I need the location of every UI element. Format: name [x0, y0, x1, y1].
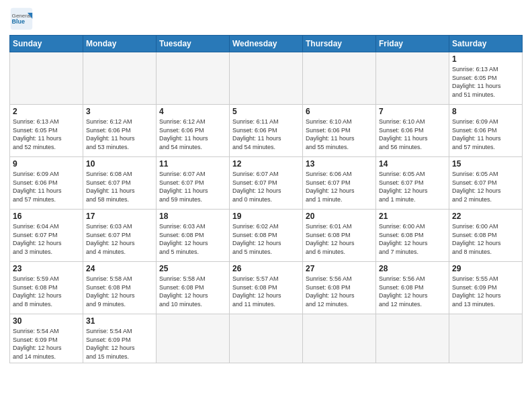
calendar-cell: 13Sunrise: 6:06 AMSunset: 6:07 PMDayligh…	[303, 157, 376, 210]
calendar-cell: 26Sunrise: 5:57 AMSunset: 6:08 PMDayligh…	[230, 262, 303, 314]
calendar-cell: 20Sunrise: 6:01 AMSunset: 6:08 PMDayligh…	[303, 210, 376, 262]
day-info: Sunrise: 5:56 AMSunset: 6:08 PMDaylight:…	[306, 275, 373, 308]
day-number: 20	[306, 212, 373, 221]
day-number: 11	[159, 159, 226, 169]
day-number: 13	[306, 159, 373, 169]
calendar-cell: 3Sunrise: 6:12 AMSunset: 6:06 PMDaylight…	[83, 105, 157, 157]
svg-text:Blue: Blue	[12, 18, 26, 25]
calendar-cell	[303, 314, 376, 363]
calendar-cell: 24Sunrise: 5:58 AMSunset: 6:08 PMDayligh…	[83, 262, 157, 314]
calendar-cell: 4Sunrise: 6:12 AMSunset: 6:06 PMDaylight…	[157, 105, 230, 157]
day-info: Sunrise: 6:07 AMSunset: 6:07 PMDaylight:…	[159, 170, 226, 203]
day-number: 30	[13, 316, 80, 326]
day-info: Sunrise: 5:58 AMSunset: 6:08 PMDaylight:…	[159, 275, 226, 308]
calendar-cell	[157, 52, 230, 105]
calendar-week-4: 16Sunrise: 6:04 AMSunset: 6:07 PMDayligh…	[10, 210, 523, 262]
day-number: 26	[232, 264, 300, 273]
calendar-cell: 21Sunrise: 6:00 AMSunset: 6:08 PMDayligh…	[376, 210, 449, 262]
calendar-cell: 9Sunrise: 6:09 AMSunset: 6:06 PMDaylight…	[10, 157, 83, 210]
day-number: 16	[13, 212, 80, 221]
calendar-cell: 15Sunrise: 6:05 AMSunset: 6:07 PMDayligh…	[449, 157, 523, 210]
day-info: Sunrise: 6:00 AMSunset: 6:08 PMDaylight:…	[452, 222, 519, 256]
day-info: Sunrise: 6:04 AMSunset: 6:07 PMDaylight:…	[13, 222, 80, 256]
calendar-cell	[449, 314, 523, 363]
weekday-header-wednesday: Wednesday	[230, 36, 303, 52]
day-info: Sunrise: 6:08 AMSunset: 6:07 PMDaylight:…	[86, 170, 153, 203]
calendar-cell	[376, 52, 449, 105]
calendar-cell: 23Sunrise: 5:59 AMSunset: 6:08 PMDayligh…	[10, 262, 83, 314]
calendar-cell	[230, 314, 303, 363]
day-number: 28	[379, 264, 446, 273]
calendar-cell	[303, 52, 376, 105]
calendar-cell	[376, 314, 449, 363]
calendar-cell: 19Sunrise: 6:02 AMSunset: 6:08 PMDayligh…	[230, 210, 303, 262]
weekday-header-monday: Monday	[83, 36, 157, 52]
day-info: Sunrise: 6:10 AMSunset: 6:06 PMDaylight:…	[306, 118, 373, 151]
day-number: 6	[306, 107, 373, 116]
day-number: 2	[13, 107, 80, 116]
day-info: Sunrise: 6:01 AMSunset: 6:08 PMDaylight:…	[306, 222, 373, 256]
day-info: Sunrise: 6:13 AMSunset: 6:05 PMDaylight:…	[13, 118, 80, 151]
day-info: Sunrise: 6:09 AMSunset: 6:06 PMDaylight:…	[13, 170, 80, 203]
calendar-cell: 28Sunrise: 5:56 AMSunset: 6:08 PMDayligh…	[376, 262, 449, 314]
calendar-cell: 11Sunrise: 6:07 AMSunset: 6:07 PMDayligh…	[157, 157, 230, 210]
calendar-cell: 10Sunrise: 6:08 AMSunset: 6:07 PMDayligh…	[83, 157, 157, 210]
day-info: Sunrise: 6:13 AMSunset: 6:05 PMDaylight:…	[452, 65, 519, 99]
day-number: 4	[159, 107, 226, 116]
calendar-cell: 12Sunrise: 6:07 AMSunset: 6:07 PMDayligh…	[230, 157, 303, 210]
day-number: 5	[232, 107, 300, 116]
calendar-week-2: 2Sunrise: 6:13 AMSunset: 6:05 PMDaylight…	[10, 105, 523, 157]
day-info: Sunrise: 6:02 AMSunset: 6:08 PMDaylight:…	[232, 222, 300, 256]
weekday-header-saturday: Saturday	[449, 36, 523, 52]
calendar-cell	[10, 52, 83, 105]
day-info: Sunrise: 5:55 AMSunset: 6:09 PMDaylight:…	[452, 275, 519, 308]
day-number: 14	[379, 159, 446, 169]
calendar-cell: 17Sunrise: 6:03 AMSunset: 6:07 PMDayligh…	[83, 210, 157, 262]
day-info: Sunrise: 5:59 AMSunset: 6:08 PMDaylight:…	[13, 275, 80, 308]
calendar-cell: 7Sunrise: 6:10 AMSunset: 6:06 PMDaylight…	[376, 105, 449, 157]
day-number: 1	[452, 54, 519, 64]
day-number: 12	[232, 159, 300, 169]
generalblue-logo-icon: General Blue	[9, 7, 34, 31]
calendar-cell	[230, 52, 303, 105]
day-info: Sunrise: 5:58 AMSunset: 6:08 PMDaylight:…	[86, 275, 153, 308]
calendar-cell: 30Sunrise: 5:54 AMSunset: 6:09 PMDayligh…	[10, 314, 83, 363]
day-number: 17	[86, 212, 153, 221]
day-info: Sunrise: 5:57 AMSunset: 6:08 PMDaylight:…	[232, 275, 300, 308]
day-number: 9	[13, 159, 80, 169]
day-info: Sunrise: 6:09 AMSunset: 6:06 PMDaylight:…	[452, 118, 519, 151]
day-number: 7	[379, 107, 446, 116]
day-number: 22	[452, 212, 519, 221]
calendar-cell: 6Sunrise: 6:10 AMSunset: 6:06 PMDaylight…	[303, 105, 376, 157]
weekday-header-sunday: Sunday	[10, 36, 83, 52]
calendar-cell: 22Sunrise: 6:00 AMSunset: 6:08 PMDayligh…	[449, 210, 523, 262]
day-info: Sunrise: 6:03 AMSunset: 6:08 PMDaylight:…	[159, 222, 226, 256]
calendar-cell: 16Sunrise: 6:04 AMSunset: 6:07 PMDayligh…	[10, 210, 83, 262]
day-number: 27	[306, 264, 373, 273]
day-info: Sunrise: 5:56 AMSunset: 6:08 PMDaylight:…	[379, 275, 446, 308]
calendar-cell: 5Sunrise: 6:11 AMSunset: 6:06 PMDaylight…	[230, 105, 303, 157]
calendar-cell: 8Sunrise: 6:09 AMSunset: 6:06 PMDaylight…	[449, 105, 523, 157]
page: General Blue SundayMondayTuesdayWednesda…	[0, 0, 532, 370]
calendar-week-3: 9Sunrise: 6:09 AMSunset: 6:06 PMDaylight…	[10, 157, 523, 210]
calendar-cell: 18Sunrise: 6:03 AMSunset: 6:08 PMDayligh…	[157, 210, 230, 262]
calendar-cell: 2Sunrise: 6:13 AMSunset: 6:05 PMDaylight…	[10, 105, 83, 157]
day-number: 3	[86, 107, 153, 116]
day-number: 24	[86, 264, 153, 273]
calendar-table: SundayMondayTuesdayWednesdayThursdayFrid…	[9, 35, 523, 363]
day-info: Sunrise: 6:05 AMSunset: 6:07 PMDaylight:…	[452, 170, 519, 203]
day-number: 29	[452, 264, 519, 273]
calendar-cell	[83, 52, 157, 105]
day-info: Sunrise: 6:05 AMSunset: 6:07 PMDaylight:…	[379, 170, 446, 203]
day-number: 10	[86, 159, 153, 169]
day-info: Sunrise: 6:03 AMSunset: 6:07 PMDaylight:…	[86, 222, 153, 256]
day-number: 23	[13, 264, 80, 273]
logo: General Blue	[9, 7, 34, 31]
day-info: Sunrise: 6:00 AMSunset: 6:08 PMDaylight:…	[379, 222, 446, 256]
day-info: Sunrise: 6:11 AMSunset: 6:06 PMDaylight:…	[232, 118, 300, 151]
calendar-week-6: 30Sunrise: 5:54 AMSunset: 6:09 PMDayligh…	[10, 314, 523, 363]
calendar-cell: 1Sunrise: 6:13 AMSunset: 6:05 PMDaylight…	[449, 52, 523, 105]
calendar-cell: 29Sunrise: 5:55 AMSunset: 6:09 PMDayligh…	[449, 262, 523, 314]
day-number: 19	[232, 212, 300, 221]
day-number: 25	[159, 264, 226, 273]
